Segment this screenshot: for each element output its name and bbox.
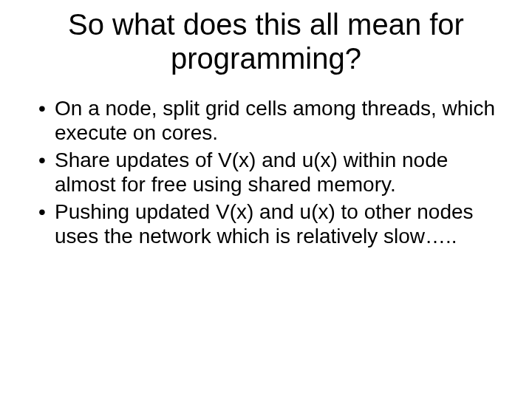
- slide: So what does this all mean for programmi…: [0, 0, 532, 399]
- slide-body: On a node, split grid cells among thread…: [22, 96, 510, 248]
- bullet-item: On a node, split grid cells among thread…: [38, 96, 510, 145]
- bullet-item: Share updates of V(x) and u(x) within no…: [38, 148, 510, 197]
- slide-title: So what does this all mean for programmi…: [22, 7, 510, 75]
- bullet-item: Pushing updated V(x) and u(x) to other n…: [38, 200, 510, 248]
